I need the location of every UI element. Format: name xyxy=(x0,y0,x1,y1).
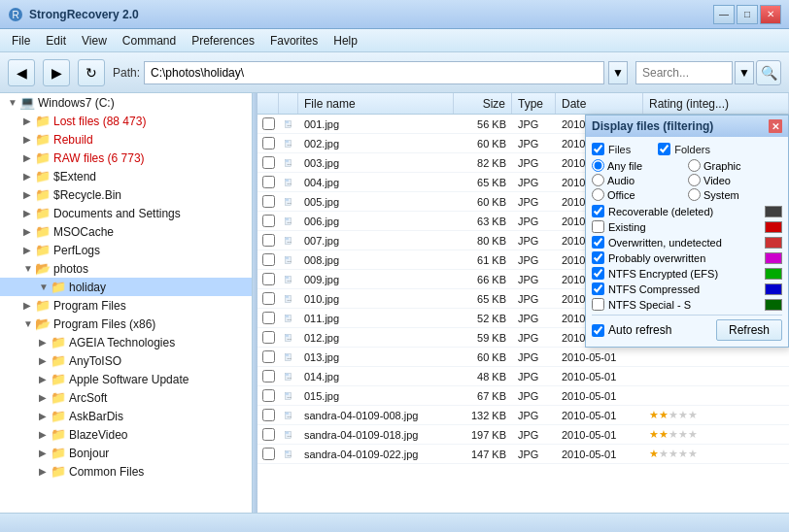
legend-label[interactable]: Existing xyxy=(608,221,761,233)
tree-item[interactable]: ▶📁Common Files xyxy=(0,462,252,481)
file-checkbox[interactable] xyxy=(262,370,275,382)
file-checkbox[interactable] xyxy=(262,253,275,266)
tree-item[interactable]: ▶📁AGEIA Technologies xyxy=(0,333,252,351)
rating-star[interactable]: ★ xyxy=(669,409,678,421)
file-checkbox[interactable] xyxy=(262,448,275,460)
folders-checkbox[interactable] xyxy=(658,143,670,155)
maximize-button[interactable]: □ xyxy=(737,5,758,24)
close-button[interactable]: ✕ xyxy=(760,5,781,24)
legend-label[interactable]: Probably overwritten xyxy=(608,252,761,264)
legend-label[interactable]: Overwritten, undetected xyxy=(608,237,761,249)
menu-view[interactable]: View xyxy=(74,32,115,50)
legend-label[interactable]: NTFS Special - S xyxy=(608,299,761,311)
menu-preferences[interactable]: Preferences xyxy=(184,32,262,50)
col-header-date[interactable]: Date xyxy=(556,93,643,114)
tree-item[interactable]: ▶📁$Recycle.Bin xyxy=(0,185,252,204)
file-checkbox[interactable] xyxy=(262,273,275,285)
rating-star[interactable]: ★ xyxy=(659,448,669,460)
file-checkbox[interactable] xyxy=(262,428,275,441)
legend-label[interactable]: NTFS Encrypted (EFS) xyxy=(608,268,761,280)
legend-checkbox[interactable] xyxy=(592,283,604,295)
tree-item[interactable]: ▶📁BlazeVideo xyxy=(0,425,252,444)
menu-command[interactable]: Command xyxy=(115,32,184,50)
table-row[interactable]: JPGsandra-04-0109-008.jpg132 KBJPG2010-0… xyxy=(257,406,789,425)
tree-item[interactable]: ▶📁ArcSoft xyxy=(0,388,252,407)
rating-star[interactable]: ★ xyxy=(649,428,659,441)
tree-item[interactable]: ▶📁AnyToISO xyxy=(0,351,252,370)
legend-checkbox[interactable] xyxy=(592,267,604,280)
rating-star[interactable]: ★ xyxy=(669,448,678,460)
rating-star[interactable]: ★ xyxy=(659,409,669,421)
back-button[interactable]: ◀ xyxy=(8,59,35,86)
forward-button[interactable]: ▶ xyxy=(43,59,70,86)
legend-label[interactable]: Recoverable (deleted) xyxy=(608,206,761,217)
tree-item[interactable]: ▶📁Rebuild xyxy=(0,130,252,149)
minimize-button[interactable]: — xyxy=(713,5,735,24)
table-row[interactable]: JPGsandra-04-0109-018.jpg197 KBJPG2010-0… xyxy=(257,425,789,445)
file-checkbox[interactable] xyxy=(262,292,275,305)
tree-item[interactable]: ▶📁MSOCache xyxy=(0,222,252,241)
files-label[interactable]: Files xyxy=(608,144,631,155)
file-checkbox[interactable] xyxy=(262,409,275,421)
filter-close-button[interactable]: ✕ xyxy=(769,119,782,133)
tree-item[interactable]: ▶📁$Extend xyxy=(0,167,252,185)
tree-item[interactable]: ▶📁Apple Software Update xyxy=(0,370,252,388)
rating-star[interactable]: ★ xyxy=(688,409,698,421)
col-header-size[interactable]: Size xyxy=(454,93,512,114)
rating-star[interactable]: ★ xyxy=(669,428,678,441)
tree-item[interactable]: ▶📁Program Files xyxy=(0,296,252,315)
col-header-name[interactable]: File name xyxy=(298,93,454,114)
file-checkbox[interactable] xyxy=(262,156,275,169)
legend-checkbox[interactable] xyxy=(592,220,604,233)
legend-checkbox[interactable] xyxy=(592,298,604,311)
rating-star[interactable]: ★ xyxy=(688,428,698,441)
system-label[interactable]: System xyxy=(703,189,739,201)
path-input[interactable] xyxy=(144,61,604,84)
file-checkbox[interactable] xyxy=(262,389,275,402)
refresh-button[interactable]: Refresh xyxy=(716,319,782,341)
file-checkbox[interactable] xyxy=(262,176,275,188)
audio-label[interactable]: Audio xyxy=(607,175,635,186)
file-checkbox[interactable] xyxy=(262,117,275,130)
tree-item[interactable]: ▼📂Program Files (x86) xyxy=(0,315,252,333)
tree-item[interactable]: ▶📁AskBarDis xyxy=(0,407,252,425)
file-checkbox[interactable] xyxy=(262,350,275,363)
graphic-label[interactable]: Graphic xyxy=(703,160,741,172)
tree-item[interactable]: ▼📁holiday xyxy=(0,278,252,296)
search-button[interactable]: 🔍 xyxy=(756,60,781,85)
folders-label[interactable]: Folders xyxy=(674,144,710,155)
search-dropdown-button[interactable]: ▼ xyxy=(735,61,754,84)
search-input[interactable] xyxy=(635,61,733,84)
auto-refresh-label[interactable]: Auto refresh xyxy=(608,323,671,337)
rating-star[interactable]: ★ xyxy=(659,428,669,441)
file-checkbox[interactable] xyxy=(262,195,275,208)
rating-star[interactable]: ★ xyxy=(649,409,659,421)
auto-refresh-checkbox[interactable] xyxy=(592,324,604,337)
office-label[interactable]: Office xyxy=(607,189,635,201)
legend-checkbox[interactable] xyxy=(592,251,604,264)
rating-star[interactable]: ★ xyxy=(678,448,688,460)
any-file-label[interactable]: Any file xyxy=(607,160,642,172)
tree-item[interactable]: ▶📁RAW files (6 773) xyxy=(0,149,252,167)
table-row[interactable]: JPG014.jpg48 KBJPG2010-05-01 xyxy=(257,367,789,386)
tree-item[interactable]: ▶📁Bonjour xyxy=(0,444,252,462)
tree-item[interactable]: ▶📁PerfLogs xyxy=(0,241,252,259)
table-row[interactable]: JPG013.jpg60 KBJPG2010-05-01 xyxy=(257,348,789,367)
legend-checkbox[interactable] xyxy=(592,236,604,249)
tree-item[interactable]: ▶📁Documents and Settings xyxy=(0,204,252,222)
menu-favorites[interactable]: Favorites xyxy=(262,32,326,50)
rating-star[interactable]: ★ xyxy=(688,448,698,460)
files-checkbox[interactable] xyxy=(592,143,604,155)
file-checkbox[interactable] xyxy=(262,331,275,344)
table-row[interactable]: JPG015.jpg67 KBJPG2010-05-01 xyxy=(257,386,789,406)
tree-item[interactable]: ▼💻Windows7 (C:) xyxy=(0,93,252,112)
file-checkbox[interactable] xyxy=(262,215,275,227)
file-checkbox[interactable] xyxy=(262,234,275,247)
legend-label[interactable]: NTFS Compressed xyxy=(608,283,761,295)
menu-edit[interactable]: Edit xyxy=(38,32,74,50)
tree-item[interactable]: ▶📁Lost files (88 473) xyxy=(0,112,252,130)
video-label[interactable]: Video xyxy=(703,175,731,186)
tree-item[interactable]: ▼📂photos xyxy=(0,259,252,278)
table-row[interactable]: JPGsandra-04-0109-022.jpg147 KBJPG2010-0… xyxy=(257,445,789,464)
legend-checkbox[interactable] xyxy=(592,205,604,217)
